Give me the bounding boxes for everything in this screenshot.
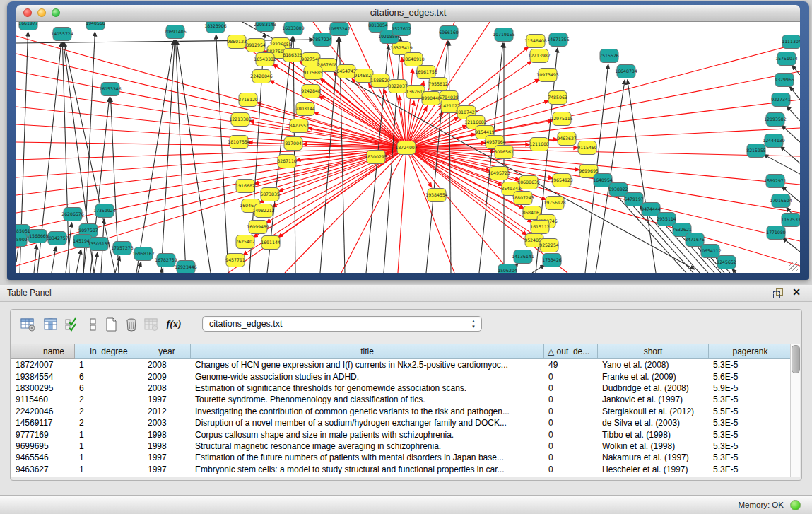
table-row[interactable]: 1830029562008Estimation of significance … bbox=[11, 382, 792, 394]
black-citation-edge[interactable] bbox=[138, 262, 141, 273]
table-vertical-scrollbar[interactable] bbox=[790, 344, 800, 477]
table-cell[interactable]: Nakamura et al. (1997) bbox=[598, 452, 709, 462]
table-cell[interactable]: 5.3E-5 bbox=[709, 430, 792, 440]
red-citation-edge[interactable] bbox=[406, 128, 800, 148]
table-cell[interactable]: Structural magnetic resonance image aver… bbox=[191, 441, 544, 451]
citation-network-graph[interactable]: 1872400718300295986012389129541822605898… bbox=[16, 22, 800, 273]
table-row[interactable]: 1872400712008Changes of HCN gene express… bbox=[11, 359, 792, 370]
table-cell[interactable]: 18724007 bbox=[11, 360, 75, 370]
table-body[interactable]: 1872400712008Changes of HCN gene express… bbox=[11, 359, 792, 475]
float-panel-icon[interactable] bbox=[773, 288, 782, 298]
table-cell[interactable]: 5.3E-5 bbox=[709, 360, 792, 370]
red-citation-edge[interactable] bbox=[16, 148, 406, 266]
table-cell[interactable]: 2008 bbox=[143, 360, 191, 370]
red-citation-edge[interactable] bbox=[406, 148, 800, 241]
select-columns-icon[interactable] bbox=[63, 315, 81, 334]
column-header-year[interactable]: year bbox=[143, 344, 191, 359]
table-cell[interactable]: Yano et al. (2008) bbox=[598, 360, 709, 370]
table-header-row[interactable]: namein_degreeyeartitle△ out_de...shortpa… bbox=[11, 344, 792, 359]
table-cell[interactable]: 0 bbox=[544, 441, 598, 451]
function-builder-icon[interactable]: f(x) bbox=[165, 315, 183, 334]
black-citation-edge[interactable] bbox=[176, 40, 186, 273]
table-row[interactable]: 2242004622012Investigating the contribut… bbox=[11, 406, 792, 417]
red-citation-edge[interactable] bbox=[16, 142, 406, 148]
table-cell[interactable]: Dudbridge et al. (2008) bbox=[598, 383, 709, 393]
table-cell[interactable]: 2008 bbox=[143, 383, 191, 393]
black-citation-edge[interactable] bbox=[76, 250, 81, 273]
table-row[interactable]: 911546021997Tourette syndrome. Phenomeno… bbox=[11, 394, 792, 405]
table-cell[interactable]: 0 bbox=[544, 407, 598, 416]
table-cell[interactable]: 0 bbox=[544, 430, 598, 440]
table-cell[interactable]: 5.3E-5 bbox=[709, 465, 792, 474]
table-cell[interactable]: 5.3E-5 bbox=[709, 441, 792, 451]
table-row[interactable]: 969969511998Structural magnetic resonanc… bbox=[11, 440, 792, 452]
black-citation-edge[interactable] bbox=[780, 146, 800, 163]
red-citation-edge[interactable] bbox=[16, 148, 406, 195]
table-cell[interactable]: 5.9E-5 bbox=[709, 383, 792, 393]
table-cell[interactable]: 6 bbox=[75, 383, 143, 393]
table-cell[interactable]: Stergiakouli et al. (2012) bbox=[598, 407, 709, 416]
table-cell[interactable]: 2 bbox=[75, 395, 143, 404]
red-citation-edge[interactable] bbox=[406, 148, 800, 266]
table-cell[interactable]: 1 bbox=[75, 441, 143, 451]
table-cell[interactable]: Franke et al. (2009) bbox=[598, 372, 709, 382]
table-cell[interactable]: 0 bbox=[544, 395, 598, 404]
table-cell[interactable]: 1998 bbox=[143, 441, 191, 451]
new-file-icon[interactable] bbox=[102, 315, 121, 334]
scrollbar-thumb[interactable] bbox=[792, 345, 800, 373]
black-citation-edge[interactable] bbox=[532, 264, 545, 273]
table-cell[interactable]: 49 bbox=[544, 360, 598, 370]
table-cell[interactable]: de Silva et al. (2003) bbox=[598, 418, 709, 428]
table-cell[interactable]: 5.3E-5 bbox=[709, 452, 792, 462]
table-cell[interactable]: Genome-wide association studies in ADHD. bbox=[191, 372, 544, 382]
table-cell[interactable]: 2012 bbox=[143, 407, 191, 416]
table-cell[interactable]: Tourette syndrome. Phenomenology and cla… bbox=[191, 395, 544, 404]
table-cell[interactable]: 5.5E-5 bbox=[709, 407, 792, 416]
black-citation-edge[interactable] bbox=[34, 245, 37, 273]
black-citation-edge[interactable] bbox=[789, 86, 800, 100]
black-citation-edge[interactable] bbox=[52, 247, 56, 273]
table-cell[interactable]: 1 bbox=[75, 465, 143, 474]
column-header-pagerank[interactable]: pagerank bbox=[709, 344, 792, 359]
rows-icon[interactable] bbox=[84, 315, 102, 334]
table-column-icon[interactable] bbox=[42, 315, 60, 334]
black-citation-edge[interactable] bbox=[628, 80, 656, 273]
black-citation-edge[interactable] bbox=[782, 238, 800, 252]
table-cell[interactable]: 2 bbox=[75, 407, 143, 416]
red-citation-edge[interactable] bbox=[16, 148, 406, 213]
table-cell[interactable]: Corpus callosum shape and size in male p… bbox=[191, 430, 544, 440]
table-cell[interactable]: 9115460 bbox=[11, 395, 75, 404]
column-header-short[interactable]: short bbox=[598, 344, 709, 359]
column-header-name[interactable]: name bbox=[11, 344, 75, 359]
column-header-title[interactable]: title bbox=[191, 344, 544, 359]
table-cell[interactable]: Estimation of the future numbers of pati… bbox=[191, 452, 544, 462]
table-cell[interactable]: 0 bbox=[544, 452, 598, 462]
table-cell[interactable]: 9777169 bbox=[11, 430, 75, 440]
table-cell[interactable]: Estimation of significance thresholds fo… bbox=[191, 383, 544, 393]
table-cell[interactable]: Tibbo et al. (1998) bbox=[598, 430, 709, 440]
window-resize-grip[interactable] bbox=[789, 262, 799, 271]
column-header-in_degree[interactable]: in_degree bbox=[75, 344, 143, 359]
table-cell[interactable]: Investigating the contribution of common… bbox=[191, 407, 544, 416]
table-cell[interactable]: Hescheler et al. (1997) bbox=[598, 465, 709, 474]
table-cell[interactable]: 1997 bbox=[143, 395, 191, 404]
table-cell[interactable]: 9465546 bbox=[11, 452, 75, 462]
memory-status-indicator[interactable] bbox=[790, 500, 801, 510]
black-citation-edge[interactable] bbox=[792, 65, 800, 75]
table-cell[interactable]: 1997 bbox=[143, 452, 191, 462]
table-cell[interactable]: 2009 bbox=[143, 372, 191, 382]
delete-trash-icon[interactable] bbox=[122, 315, 141, 334]
table-cell[interactable]: 1998 bbox=[143, 430, 191, 440]
table-cell[interactable]: 0 bbox=[544, 372, 598, 382]
table-source-select[interactable]: citations_edges.txt ▲▼ bbox=[202, 316, 482, 332]
table-row[interactable]: 1938455462009Genome-wide association stu… bbox=[11, 370, 792, 382]
table-cell[interactable]: 0 bbox=[544, 383, 598, 393]
table-cell[interactable]: 2003 bbox=[143, 418, 191, 428]
table-cell[interactable]: 6 bbox=[75, 372, 143, 382]
table-cell[interactable]: Disruption of a novel member of a sodium… bbox=[191, 418, 544, 428]
table-row[interactable]: 977716911998Corpus callosum shape and si… bbox=[11, 428, 792, 440]
table-cell[interactable]: 9699695 bbox=[11, 441, 75, 451]
table-cell[interactable]: 5.3E-5 bbox=[709, 418, 792, 428]
red-citation-edge[interactable] bbox=[16, 148, 406, 160]
red-citation-edge[interactable] bbox=[398, 148, 406, 273]
